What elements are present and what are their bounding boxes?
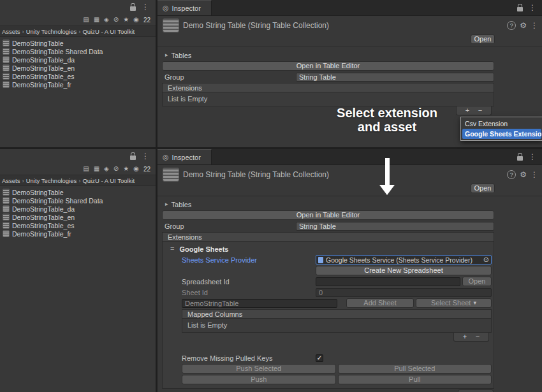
vertical-pane-divider[interactable] xyxy=(156,0,157,392)
tables-foldout[interactable]: ▸ Tables xyxy=(162,200,494,209)
remove-missing-label: Remove Missing Pulled Keys xyxy=(182,354,316,362)
list-item[interactable]: DemoStringTable_es xyxy=(0,72,156,80)
tables-label: Tables xyxy=(172,52,192,59)
list-item[interactable]: DemoStringTable_fr xyxy=(0,229,156,238)
object-picker-icon[interactable]: ⊙ xyxy=(483,256,489,263)
hidden-assets-icon[interactable]: ⊘ xyxy=(114,166,119,172)
group-field[interactable]: String Table xyxy=(296,222,494,231)
breadcrumb-quizu[interactable]: QuizU - A UI Toolkit xyxy=(82,28,135,35)
drag-handle-icon[interactable]: = xyxy=(170,245,174,252)
list-item[interactable]: DemoStringTable_es xyxy=(0,221,156,229)
remove-column-button[interactable]: − xyxy=(476,333,480,340)
asset-doc-icon[interactable]: ▤ xyxy=(83,17,89,23)
list-item[interactable]: DemoStringTable_en xyxy=(0,64,156,72)
kebab-menu-icon[interactable]: ⋮ xyxy=(142,152,149,160)
pull-selected-button[interactable]: Pull Selected xyxy=(338,364,492,374)
list-item[interactable]: DemoStringTable xyxy=(0,188,156,196)
help-icon[interactable]: ? xyxy=(507,21,516,30)
kebab-menu-icon[interactable]: ⋮ xyxy=(531,22,538,29)
presets-icon[interactable]: ⚙ xyxy=(520,171,527,178)
open-button[interactable]: Open xyxy=(471,34,495,44)
add-sheet-button[interactable]: Add Sheet xyxy=(346,298,414,308)
package-icon[interactable]: ▦ xyxy=(94,17,99,23)
open-spreadsheet-button[interactable]: Open xyxy=(462,277,492,286)
add-extension-button[interactable]: + xyxy=(465,107,469,114)
breadcrumb-assets[interactable]: Assets xyxy=(2,28,20,35)
list-item[interactable]: DemoStringTable_da xyxy=(0,55,156,64)
lock-icon[interactable] xyxy=(517,156,523,161)
asset-doc-icon[interactable]: ▤ xyxy=(83,166,89,172)
push-button[interactable]: Push xyxy=(182,375,336,384)
hidden-assets-icon[interactable]: ⊘ xyxy=(114,17,119,23)
select-sheet-label: Select Sheet xyxy=(431,299,471,307)
kebab-menu-icon[interactable]: ⋮ xyxy=(529,4,536,11)
favorites-icon[interactable]: ★ xyxy=(123,166,129,172)
annotation-line-2: and asset xyxy=(314,120,460,134)
push-pull-selected-row: Push Selected Pull Selected xyxy=(182,364,492,374)
mapped-columns-footer: + − xyxy=(182,333,492,342)
list-item[interactable]: DemoStringTable Shared Data xyxy=(0,196,156,205)
lock-icon[interactable] xyxy=(517,7,523,11)
mapped-columns-header[interactable]: Mapped Columns xyxy=(182,309,492,319)
check-icon: ✓ xyxy=(317,355,322,361)
kebab-menu-icon[interactable]: ⋮ xyxy=(531,171,538,178)
kebab-menu-icon[interactable]: ⋮ xyxy=(142,3,149,11)
google-sheets-header[interactable]: = Google Sheets xyxy=(163,244,492,254)
breadcrumb-unity-technologies[interactable]: Unity Technologies xyxy=(26,177,77,184)
remove-missing-row: Remove Missing Pulled Keys ✓ xyxy=(182,353,492,363)
import-icon[interactable]: ◈ xyxy=(104,166,109,172)
package-icon[interactable]: ▦ xyxy=(94,166,99,172)
menu-item-csv-extension[interactable]: Csv Extension xyxy=(462,119,541,129)
string-table-asset-icon xyxy=(3,230,10,237)
horizontal-pane-divider[interactable] xyxy=(0,147,542,149)
breadcrumb-quizu[interactable]: QuizU - A UI Toolkit xyxy=(82,177,135,184)
list-item[interactable]: DemoStringTable Shared Data xyxy=(0,47,156,55)
google-sheets-title: Google Sheets xyxy=(179,245,228,253)
list-item[interactable]: DemoStringTable xyxy=(0,39,156,47)
tab-inspector[interactable]: ◎ Inspector xyxy=(157,149,212,164)
favorites-icon[interactable]: ★ xyxy=(123,17,129,23)
menu-item-google-sheets-extension[interactable]: Google Sheets Extension xyxy=(462,129,541,139)
help-icon[interactable]: ? xyxy=(507,170,516,179)
import-icon[interactable]: ◈ xyxy=(104,17,109,23)
sheets-service-provider-label[interactable]: Sheets Service Provider xyxy=(182,256,316,264)
breadcrumb-separator-icon: › xyxy=(22,28,24,35)
asset-label: DemoStringTable_da xyxy=(12,205,75,213)
visibility-icon[interactable]: ◉ xyxy=(133,17,139,23)
lock-icon[interactable] xyxy=(130,6,136,11)
remove-extension-button[interactable]: − xyxy=(478,107,482,114)
extensions-header[interactable]: Extensions xyxy=(162,232,494,242)
pull-button[interactable]: Pull xyxy=(338,375,492,384)
extension-context-menu: Csv Extension Google Sheets Extension xyxy=(460,117,542,141)
group-field[interactable]: String Table xyxy=(296,73,494,82)
open-in-table-editor-button[interactable]: Open in Table Editor xyxy=(162,210,494,220)
sheet-name-field[interactable]: DemoStringTable xyxy=(182,299,337,308)
breadcrumb-assets[interactable]: Assets xyxy=(2,177,20,184)
create-new-spreadsheet-button[interactable]: Create New Spreadsheet xyxy=(316,266,492,275)
inspector-title: Demo String Table (String Table Collecti… xyxy=(183,170,503,179)
select-sheet-dropdown[interactable]: Select Sheet ▾ xyxy=(416,298,492,308)
remove-missing-checkbox[interactable]: ✓ xyxy=(316,354,323,362)
tab-label: Inspector xyxy=(172,4,201,12)
string-table-asset-icon xyxy=(3,56,10,63)
list-item[interactable]: DemoStringTable_da xyxy=(0,205,156,213)
lock-icon[interactable] xyxy=(130,156,136,160)
tables-foldout[interactable]: ▸ Tables xyxy=(162,50,494,60)
add-column-button[interactable]: + xyxy=(463,333,467,340)
open-in-table-editor-button[interactable]: Open in Table Editor xyxy=(162,61,494,71)
open-button[interactable]: Open xyxy=(471,184,495,193)
visibility-icon[interactable]: ◉ xyxy=(133,166,139,172)
tab-inspector[interactable]: ◎ Inspector xyxy=(157,0,212,15)
extensions-list: List is Empty xyxy=(162,92,494,106)
presets-icon[interactable]: ⚙ xyxy=(520,22,527,29)
list-item[interactable]: DemoStringTable_en xyxy=(0,213,156,221)
group-label: Group xyxy=(162,73,296,81)
list-item[interactable]: DemoStringTable_fr xyxy=(0,80,156,89)
extensions-header[interactable]: Extensions xyxy=(162,83,494,92)
push-selected-button[interactable]: Push Selected xyxy=(182,364,336,374)
kebab-menu-icon[interactable]: ⋮ xyxy=(529,153,536,161)
spreadsheet-id-field[interactable] xyxy=(316,277,460,286)
asset-label: DemoStringTable Shared Data xyxy=(12,197,103,205)
sheets-service-provider-field[interactable]: Google Sheets Service (Sheets Service Pr… xyxy=(316,255,492,265)
breadcrumb-unity-technologies[interactable]: Unity Technologies xyxy=(26,28,77,35)
